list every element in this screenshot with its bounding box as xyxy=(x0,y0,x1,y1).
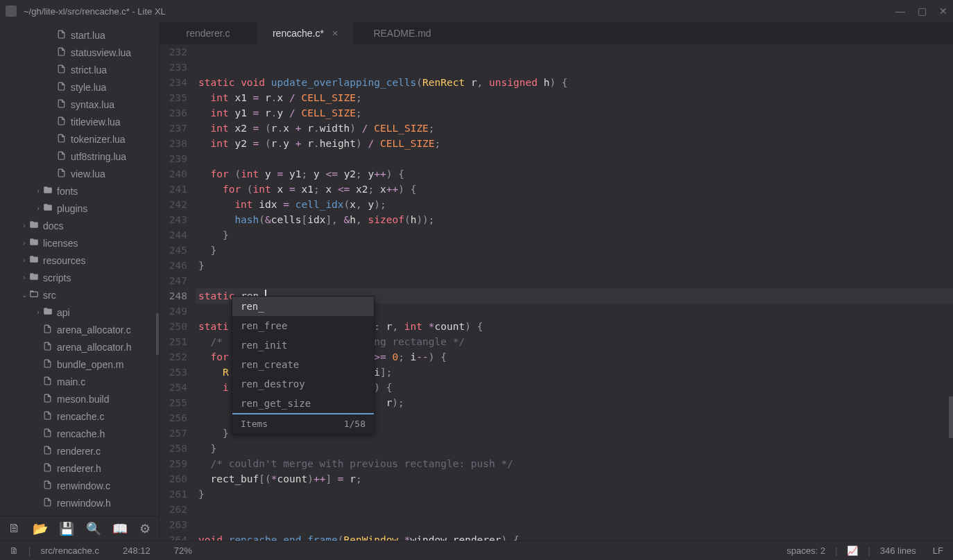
code-line[interactable]: } xyxy=(196,227,953,243)
autocomplete-item[interactable]: ren_create xyxy=(232,355,374,374)
minimize-icon[interactable]: — xyxy=(895,6,905,17)
tree-file[interactable]: titleview.lua xyxy=(0,113,159,130)
tree-file[interactable]: utf8string.lua xyxy=(0,148,159,165)
tree-file[interactable]: tokenizer.lua xyxy=(0,130,159,148)
tree-file[interactable]: rencache.c xyxy=(0,408,159,425)
tree-file[interactable]: syntax.lua xyxy=(0,96,159,113)
line-number: 249 xyxy=(160,304,187,319)
line-number: 254 xyxy=(160,380,187,395)
new-file-icon[interactable]: 🗎 xyxy=(8,521,21,536)
editor-scrollbar[interactable] xyxy=(949,44,953,541)
tree-folder[interactable]: ›api xyxy=(0,304,159,321)
code-line[interactable] xyxy=(196,151,953,166)
code-line[interactable]: hash(&cells[idx], &h, sizeof(h)); xyxy=(196,212,953,227)
tree-file[interactable]: renderer.c xyxy=(0,442,159,460)
line-number: 237 xyxy=(160,121,187,136)
tree-folder[interactable]: ›licenses xyxy=(0,234,159,252)
tree-file[interactable]: start.lua xyxy=(0,26,159,44)
code-line[interactable]: int idx = cell_idx(x, y); xyxy=(196,197,953,212)
autocomplete-item[interactable]: ren_init xyxy=(232,335,374,355)
status-spaces[interactable]: spaces: 2 xyxy=(787,545,825,556)
file-tree[interactable]: start.luastatusview.luastrict.luastyle.l… xyxy=(0,22,159,516)
tree-file[interactable]: style.lua xyxy=(0,78,159,96)
tree-item-label: titleview.lua xyxy=(71,116,121,128)
tree-item-label: tokenizer.lua xyxy=(71,134,126,145)
autocomplete-item[interactable]: ren_ xyxy=(232,297,374,316)
code-line[interactable] xyxy=(196,502,953,517)
search-icon[interactable]: 🔍 xyxy=(86,521,101,536)
tree-file[interactable]: statusview.lua xyxy=(0,44,159,61)
tree-file[interactable]: meson.build xyxy=(0,390,159,408)
file-icon xyxy=(43,446,55,457)
tree-file[interactable]: bundle_open.m xyxy=(0,356,159,373)
tree-folder[interactable]: ›fonts xyxy=(0,182,159,200)
line-number: 244 xyxy=(160,227,187,243)
code-content[interactable]: static void update_overlapping_cells(Ren… xyxy=(196,44,953,541)
tree-item-label: renwindow.c xyxy=(57,480,110,491)
line-number: 235 xyxy=(160,90,187,105)
open-folder-icon[interactable]: 📂 xyxy=(33,521,48,536)
tree-file[interactable]: strict.lua xyxy=(0,61,159,78)
line-number: 260 xyxy=(160,471,187,487)
status-eol[interactable]: LF xyxy=(933,545,943,556)
code-line[interactable]: rect_buf[(*count)++] = r; xyxy=(196,471,953,487)
tab[interactable]: README.md xyxy=(354,22,451,44)
line-number: 252 xyxy=(160,349,187,365)
tree-item-label: syntax.lua xyxy=(71,99,114,110)
tree-file[interactable]: main.c xyxy=(0,373,159,390)
close-icon[interactable]: ✕ xyxy=(939,6,947,17)
book-icon[interactable]: 📖 xyxy=(112,521,128,536)
tree-folder[interactable]: ›scripts xyxy=(0,269,159,286)
file-icon xyxy=(43,394,55,405)
tree-item-label: statusview.lua xyxy=(71,47,131,58)
code-line[interactable]: /* couldn't merge with previous rectangl… xyxy=(196,456,953,471)
code-line[interactable]: int x1 = r.x / CELL_SIZE; xyxy=(196,90,953,105)
code-line[interactable] xyxy=(196,44,953,60)
autocomplete-item[interactable]: ren_free xyxy=(232,316,374,335)
autocomplete-popup[interactable]: ren_ren_freeren_initren_createren_destro… xyxy=(232,296,375,435)
tab[interactable]: rencache.c*× xyxy=(257,22,354,44)
tab-close-icon[interactable]: × xyxy=(332,28,338,39)
code-line[interactable]: for (int y = y1; y <= y2; y++) { xyxy=(196,166,953,182)
chart-icon[interactable]: 📈 xyxy=(847,545,858,556)
tree-file[interactable]: renderer.h xyxy=(0,460,159,477)
file-icon xyxy=(57,134,69,145)
save-icon[interactable]: 💾 xyxy=(59,521,74,536)
code-line[interactable]: int y1 = r.y / CELL_SIZE; xyxy=(196,105,953,121)
code-line[interactable]: int y2 = (r.y + r.height) / CELL_SIZE; xyxy=(196,136,953,151)
editor-scrollbar-thumb[interactable] xyxy=(949,396,953,438)
maximize-icon[interactable]: ▢ xyxy=(918,6,927,17)
autocomplete-item[interactable]: ren_destroy xyxy=(232,374,374,394)
tree-item-label: arena_allocator.h xyxy=(57,342,131,353)
code-line[interactable]: } xyxy=(196,487,953,502)
tree-file[interactable]: renwindow.c xyxy=(0,477,159,494)
code-line[interactable]: for (int x = x1; x <= x2; x++) { xyxy=(196,182,953,197)
tree-file[interactable]: view.lua xyxy=(0,165,159,182)
file-icon xyxy=(43,480,55,491)
autocomplete-item[interactable]: ren_get_size xyxy=(232,394,374,413)
tree-scrollbar-thumb[interactable] xyxy=(156,313,159,355)
tree-folder[interactable]: ›docs xyxy=(0,217,159,234)
tab[interactable]: renderer.c xyxy=(160,22,257,44)
code-line[interactable]: void rencache_end_frame(RenWindow *windo… xyxy=(196,532,953,541)
tree-folder[interactable]: ⌄src xyxy=(0,286,159,304)
gear-icon[interactable]: ⚙ xyxy=(139,521,151,536)
tree-file[interactable]: rencache.h xyxy=(0,425,159,442)
tree-folder[interactable]: ›plugins xyxy=(0,200,159,217)
file-icon xyxy=(57,47,69,58)
code-line[interactable] xyxy=(196,60,953,75)
tab-label: README.md xyxy=(373,28,431,39)
code-line[interactable] xyxy=(196,517,953,532)
code-line[interactable]: } xyxy=(196,258,953,273)
tree-file[interactable]: arena_allocator.h xyxy=(0,338,159,356)
code-line[interactable]: static void update_overlapping_cells(Ren… xyxy=(196,75,953,90)
code-line[interactable]: int x2 = (r.x + r.width) / CELL_SIZE; xyxy=(196,121,953,136)
tree-file[interactable]: arena_allocator.c xyxy=(0,321,159,338)
tree-folder[interactable]: ›resources xyxy=(0,252,159,269)
code-area[interactable]: 2322332342352362372382392402412422432442… xyxy=(160,44,953,541)
tree-file[interactable]: renwindow.h xyxy=(0,494,159,511)
code-line[interactable]: } xyxy=(196,243,953,258)
code-line[interactable]: } xyxy=(196,441,953,456)
status-lines: 346 lines xyxy=(880,545,916,556)
code-line[interactable] xyxy=(196,273,953,288)
